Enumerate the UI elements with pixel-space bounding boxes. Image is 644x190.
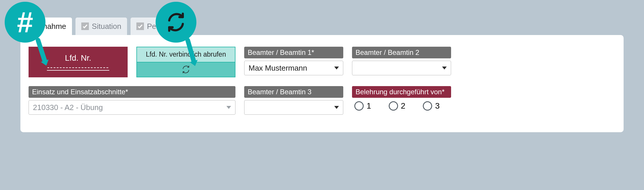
mission-select[interactable]: 210330 - A2 - Übung — [29, 100, 235, 115]
field-label: Einsatz und Einsatzabschnitte* — [29, 86, 235, 98]
form-panel: Lfd. Nr. -------------------- Lfd. Nr. v… — [20, 35, 624, 132]
field-label: Beamter / Beamtin 3 — [244, 86, 343, 98]
field-instruction: Belehrung durchgeführt von* 1 2 3 — [352, 86, 451, 111]
officer1-select[interactable]: Max Mustermann — [244, 61, 343, 75]
hash-icon: # — [17, 8, 33, 37]
tabs-row: bernahme Situation Person — [26, 18, 624, 35]
chevron-down-icon — [334, 67, 339, 69]
button-label: Lfd. Nr. verbindlich abrufen — [146, 50, 226, 58]
chevron-down-icon — [334, 106, 339, 109]
instruction-radio-2[interactable]: 2 — [389, 101, 406, 111]
radio-label: 1 — [367, 101, 371, 111]
radio-icon — [354, 101, 364, 111]
tab-situation[interactable]: Situation — [75, 18, 127, 35]
callout-sync-bubble — [156, 2, 196, 43]
lfdnr-title: Lfd. Nr. — [65, 53, 91, 63]
field-label: Belehrung durchgeführt von* — [352, 86, 451, 98]
instruction-radio-group: 1 2 3 — [352, 101, 451, 111]
lfdnr-value: -------------------- — [47, 65, 109, 70]
select-value: 210330 - A2 - Übung — [33, 103, 103, 112]
chevron-down-icon — [226, 106, 231, 109]
radio-label: 2 — [401, 101, 406, 111]
officer3-select[interactable] — [244, 100, 343, 115]
field-officer3: Beamter / Beamtin 3 — [244, 86, 343, 115]
refresh-icon — [166, 12, 186, 32]
field-label: Beamter / Beamtin 1* — [244, 47, 343, 58]
tab-label: Situation — [92, 22, 121, 31]
select-value: Max Mustermann — [249, 64, 307, 73]
field-officer1: Beamter / Beamtin 1* Max Mustermann — [244, 47, 343, 75]
fetch-lfdnr-button[interactable]: Lfd. Nr. verbindlich abrufen — [136, 47, 235, 62]
officer2-select[interactable] — [352, 61, 451, 75]
checkbox-checked-icon — [136, 22, 144, 30]
radio-icon — [389, 101, 398, 111]
instruction-radio-3[interactable]: 3 — [423, 101, 440, 111]
checkbox-checked-icon — [81, 22, 89, 30]
chevron-down-icon — [442, 67, 447, 69]
refresh-lfdnr-button[interactable] — [136, 62, 235, 78]
refresh-icon — [182, 65, 190, 74]
radio-icon — [423, 101, 432, 111]
radio-label: 3 — [435, 101, 440, 111]
lfdnr-fetch-stack: Lfd. Nr. verbindlich abrufen — [136, 47, 235, 77]
field-mission: Einsatz und Einsatzabschnitte* 210330 - … — [29, 86, 235, 115]
field-officer2: Beamter / Beamtin 2 — [352, 47, 451, 75]
instruction-radio-1[interactable]: 1 — [354, 101, 371, 111]
field-label: Beamter / Beamtin 2 — [352, 47, 451, 58]
callout-hash-bubble: # — [5, 2, 45, 43]
